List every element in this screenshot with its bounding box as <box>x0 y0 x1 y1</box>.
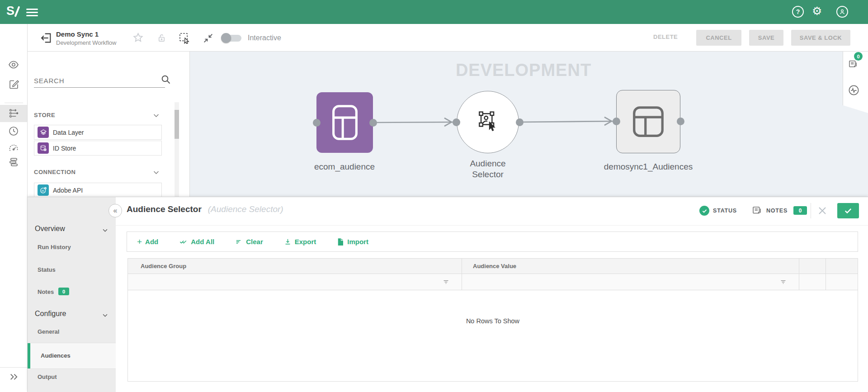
node-demosync1-audiences[interactable] <box>616 90 680 153</box>
notes-count-badge: 0 <box>854 52 863 61</box>
export-button[interactable]: Export <box>284 238 316 246</box>
nav-group-configure[interactable]: Configure <box>35 310 66 318</box>
port-in[interactable] <box>613 118 620 125</box>
interactive-label: Interactive <box>248 34 281 42</box>
filter-cell-spacer <box>826 274 858 290</box>
column-header-audience-group[interactable]: Audience Group <box>128 259 462 274</box>
activity-pulse-icon[interactable] <box>848 84 860 96</box>
preview-eye-icon[interactable] <box>8 59 19 70</box>
logo-slash-icon <box>14 6 20 17</box>
help-icon[interactable]: ? <box>792 6 804 18</box>
edit-compose-icon[interactable] <box>9 79 19 90</box>
nav-item-status[interactable]: Status <box>38 266 56 273</box>
selected-indicator-bar <box>28 343 30 368</box>
clear-button[interactable]: Clear <box>235 238 263 246</box>
cancel-button[interactable]: CANCEL <box>696 30 741 46</box>
workflow-pipeline-icon[interactable] <box>9 108 19 118</box>
palette-scrollbar-thumb[interactable] <box>175 110 179 139</box>
toggle-knob[interactable] <box>221 33 231 43</box>
marquee-select-icon[interactable] <box>178 32 190 44</box>
node-audience-selector[interactable] <box>457 91 519 153</box>
top-bar: S ? ⚙ <box>0 0 868 24</box>
help-glyph: ? <box>796 8 800 15</box>
table-header-row: Audience Group Audience Value <box>128 259 858 274</box>
table-icon <box>332 104 358 142</box>
gear-glyph: ⚙ <box>812 5 822 17</box>
save-and-lock-button[interactable]: SAVE & LOCK <box>791 30 850 46</box>
add-label: Add <box>145 238 158 246</box>
confirm-button[interactable] <box>837 203 859 218</box>
double-check-icon <box>179 237 188 246</box>
column-label: Audience Group <box>141 263 186 269</box>
logo[interactable]: S <box>6 4 14 18</box>
double-chevron-left-glyph: « <box>113 207 118 215</box>
nav-group-overview[interactable]: Overview <box>35 225 65 233</box>
overview-chevron-down-icon[interactable] <box>102 227 108 234</box>
port-in[interactable] <box>453 118 460 126</box>
nav-item-notes[interactable]: Notes <box>38 288 54 295</box>
port-out[interactable] <box>516 118 524 126</box>
configure-chevron-down-icon[interactable] <box>102 312 108 319</box>
node-label: Audience Selector <box>458 158 517 180</box>
clear-label: Clear <box>246 238 263 246</box>
dashboard-gauge-icon[interactable] <box>8 143 19 154</box>
nav-item-run-history[interactable]: Run History <box>38 244 71 250</box>
palette-item-adobe-api[interactable]: Adobe API <box>34 183 162 197</box>
expand-rail-icon[interactable] <box>9 372 19 382</box>
column-header-spacer <box>799 259 826 274</box>
nav-item-output[interactable]: Output <box>38 373 57 380</box>
close-panel-icon[interactable] <box>817 205 828 216</box>
search-icon[interactable] <box>160 74 171 85</box>
column-label: Audience Value <box>473 263 516 269</box>
nav-item-audiences-label: Audiences <box>41 352 71 359</box>
export-label: Export <box>295 238 316 246</box>
import-label: Import <box>347 238 368 246</box>
panel-header-divider <box>116 225 868 226</box>
connection-chevron-down-icon[interactable] <box>152 169 160 176</box>
plus-icon: + <box>137 239 142 245</box>
nav-item-general[interactable]: General <box>38 328 59 335</box>
port-out[interactable] <box>677 118 684 125</box>
node-ecom-audience[interactable] <box>316 92 373 153</box>
store-chevron-down-icon[interactable] <box>152 112 160 119</box>
filter-funnel-icon[interactable] <box>442 278 450 286</box>
port-out[interactable] <box>369 119 377 127</box>
nav-item-audiences-selected[interactable]: Audiences <box>28 343 116 369</box>
account-icon[interactable] <box>836 6 848 18</box>
favorite-star-icon[interactable] <box>132 32 144 44</box>
palette-item-data-layer[interactable]: Data Layer <box>34 125 162 140</box>
node-label: ecom_audience <box>308 162 381 172</box>
node-label: demosync1_Audiences <box>599 162 698 172</box>
palette-search-input[interactable] <box>34 74 165 88</box>
notes-tab-icon[interactable] <box>751 205 762 216</box>
filter-funnel-icon[interactable] <box>779 278 787 286</box>
notes-tab[interactable]: NOTES <box>766 208 788 214</box>
header-divider <box>811 203 811 218</box>
panel-subtitle: (Audience Selector) <box>208 204 283 214</box>
app-root: S ? ⚙ Demo Sync 1 Development Workflow I… <box>0 0 868 392</box>
status-check-icon <box>699 206 709 216</box>
rail-divider <box>5 103 23 103</box>
settings-gear-icon[interactable]: ⚙ <box>812 5 822 18</box>
right-rail-border <box>843 52 843 105</box>
panel-notes-badge: 0 <box>793 206 807 215</box>
delete-button[interactable]: DELETE <box>653 33 678 40</box>
column-header-audience-value[interactable]: Audience Value <box>462 259 799 274</box>
interactive-toggle[interactable] <box>222 35 241 42</box>
collapse-canvas-icon[interactable] <box>203 33 214 44</box>
palette-item-label: Data Layer <box>53 129 84 136</box>
notes-panel-icon[interactable] <box>848 59 858 70</box>
exit-workflow-icon[interactable] <box>40 32 52 44</box>
status-tab[interactable]: STATUS <box>713 208 737 214</box>
history-clock-icon[interactable] <box>8 126 19 137</box>
import-button[interactable]: Import <box>337 238 368 246</box>
port-in[interactable] <box>313 119 321 127</box>
queue-stack-icon[interactable] <box>9 157 19 167</box>
lock-icon[interactable] <box>156 33 167 43</box>
add-button[interactable]: + Add <box>137 238 158 246</box>
hamburger-menu-icon[interactable] <box>26 9 38 16</box>
palette-item-id-store[interactable]: ID Store <box>34 141 162 156</box>
save-button[interactable]: SAVE <box>749 30 783 46</box>
collapse-panel-button[interactable]: « <box>108 204 122 217</box>
add-all-button[interactable]: Add All <box>179 237 214 246</box>
